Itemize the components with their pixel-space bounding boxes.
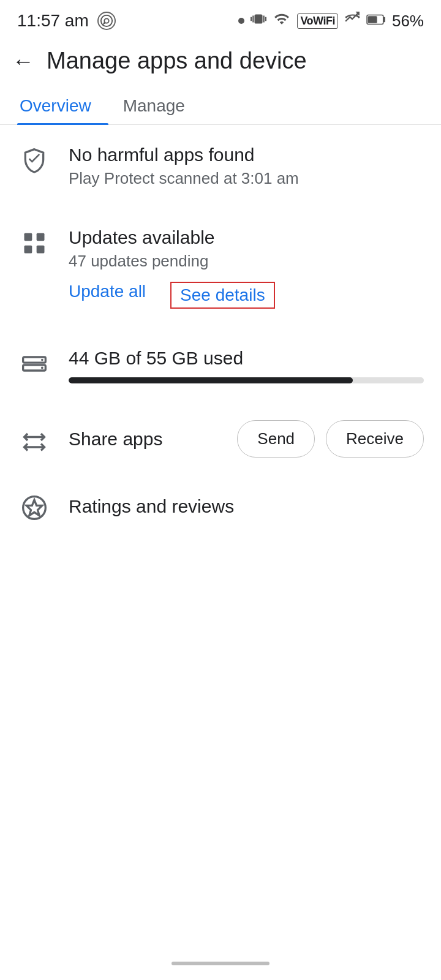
receive-button[interactable]: Receive (326, 420, 424, 458)
play-protect-section: No harmful apps found Play Protect scann… (0, 125, 441, 208)
wifi-icon (273, 11, 291, 31)
header: ← Manage apps and device (0, 37, 441, 85)
vibrate-icon (251, 11, 266, 31)
share-apps-label: Share apps (69, 429, 220, 450)
whatsapp-icon (97, 12, 116, 30)
ratings-title: Ratings and reviews (69, 496, 234, 517)
storage-bar (69, 377, 424, 383)
svg-point-12 (41, 367, 43, 369)
updates-section: Updates available 47 updates pending Upd… (0, 208, 441, 328)
status-time: 11:57 am (17, 11, 89, 31)
tabs-container: Overview Manage (0, 85, 441, 125)
battery-icon (366, 12, 386, 29)
signal-icon (344, 11, 360, 31)
shield-icon (17, 145, 51, 174)
vowifi-badge: VoWiFi (297, 13, 338, 29)
storage-content: 44 GB of 55 GB used (69, 348, 424, 383)
play-protect-subtitle: Play Protect scanned at 3:01 am (69, 169, 424, 188)
svg-rect-7 (24, 246, 32, 254)
svg-rect-3 (368, 16, 377, 23)
svg-rect-2 (383, 17, 385, 23)
status-left: 11:57 am (17, 11, 116, 31)
updates-title: Updates available (69, 227, 424, 248)
storage-icon (17, 348, 51, 377)
tab-overview[interactable]: Overview (17, 85, 108, 124)
content-area: No harmful apps found Play Protect scann… (0, 125, 441, 538)
send-button[interactable]: Send (237, 420, 315, 458)
update-actions: Update all See details (69, 282, 424, 309)
updates-subtitle: 47 updates pending (69, 252, 424, 271)
svg-marker-4 (29, 154, 40, 163)
play-protect-title: No harmful apps found (69, 145, 424, 165)
storage-title: 44 GB of 55 GB used (69, 348, 424, 369)
status-right: VoWiFi 56% (238, 11, 424, 31)
ratings-section[interactable]: Ratings and reviews (0, 475, 441, 538)
svg-marker-14 (26, 500, 42, 516)
share-apps-section: Share apps Send Receive (0, 403, 441, 475)
updates-content: Updates available 47 updates pending Upd… (69, 227, 424, 309)
tab-manage[interactable]: Manage (121, 85, 202, 124)
star-icon (17, 492, 51, 521)
svg-point-11 (41, 359, 43, 361)
svg-rect-5 (24, 233, 32, 241)
share-icon (17, 424, 51, 454)
update-all-link[interactable]: Update all (69, 282, 146, 309)
back-button[interactable]: ← (12, 50, 34, 72)
see-details-link[interactable]: See details (170, 282, 275, 309)
battery-percent: 56% (392, 12, 424, 31)
status-bar: 11:57 am VoWiFi (0, 0, 441, 37)
svg-rect-6 (37, 233, 45, 241)
page-title: Manage apps and device (47, 48, 307, 74)
storage-bar-fill (69, 377, 353, 383)
apps-icon (17, 227, 51, 257)
storage-section: 44 GB of 55 GB used (0, 328, 441, 403)
share-buttons: Send Receive (237, 420, 424, 458)
dot-icon (238, 18, 244, 24)
play-protect-content: No harmful apps found Play Protect scann… (69, 145, 424, 188)
bottom-nav-bar (172, 962, 270, 965)
svg-rect-8 (37, 246, 45, 254)
